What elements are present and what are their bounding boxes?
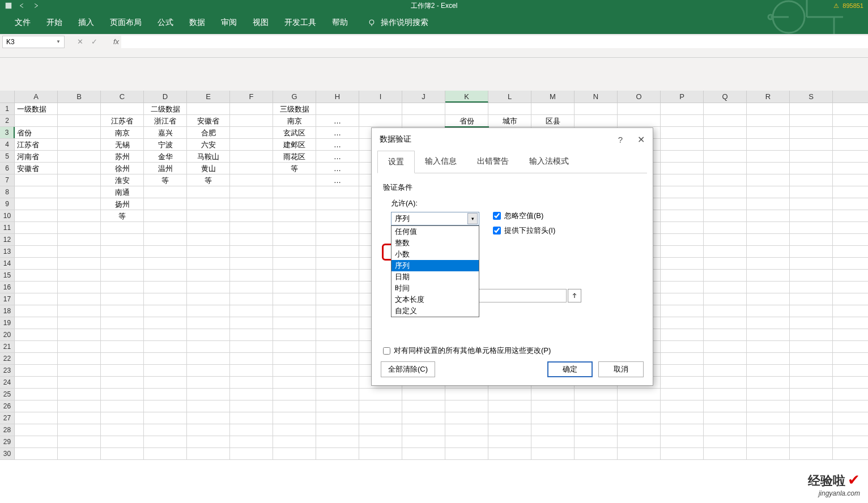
tab-insert[interactable]: 插入 [70,11,102,34]
cell[interactable] [58,412,101,424]
col-header[interactable]: J [402,91,445,103]
cell[interactable] [618,389,661,400]
chevron-down-icon[interactable]: ▼ [56,39,61,44]
cell[interactable]: 等 [101,210,144,221]
cell[interactable] [230,282,273,293]
cell[interactable] [704,222,747,233]
cell[interactable] [316,353,359,364]
cell[interactable] [101,436,144,447]
cell[interactable] [316,103,359,114]
cell[interactable]: 河南省 [15,151,58,162]
cell[interactable] [747,198,790,210]
cell[interactable]: 无锡 [101,139,144,150]
cell[interactable] [704,258,747,269]
cell[interactable] [15,353,58,364]
cell[interactable] [488,436,531,447]
cell[interactable] [316,258,359,269]
cell[interactable]: 温州 [144,163,187,174]
cell[interactable] [316,377,359,388]
cell[interactable] [704,246,747,257]
cell[interactable] [230,400,273,412]
cell[interactable] [101,258,144,269]
dd-option-decimal[interactable]: 小数 [392,249,479,260]
row-header[interactable]: 2 [0,115,15,126]
cell[interactable] [15,365,58,376]
row-header[interactable]: 10 [0,210,15,221]
cell[interactable] [316,365,359,376]
tab-formulas[interactable]: 公式 [150,11,181,34]
cell[interactable] [704,305,747,317]
cell[interactable] [144,234,187,245]
cell[interactable] [15,198,58,210]
cell[interactable] [531,436,575,447]
undo-icon[interactable] [18,2,26,10]
cell[interactable] [15,317,58,329]
cell[interactable] [316,400,359,412]
cell[interactable] [704,163,747,174]
cell[interactable] [402,424,445,436]
row-header[interactable]: 3 [0,127,15,138]
cell[interactable] [316,282,359,293]
cell[interactable] [58,222,101,233]
cell[interactable]: 玄武区 [273,127,316,138]
cell[interactable] [58,198,101,210]
cell[interactable] [273,282,316,293]
cell[interactable] [187,424,230,436]
cell[interactable] [575,103,618,114]
cell[interactable] [273,353,316,364]
cell[interactable] [316,293,359,305]
cell[interactable] [144,389,187,400]
row-header[interactable]: 15 [0,270,15,281]
cell[interactable] [316,305,359,317]
cell[interactable] [230,258,273,269]
cell[interactable]: 省份 [15,127,58,138]
cell[interactable] [359,412,402,424]
cell[interactable]: 三级数据 [273,103,316,114]
row-header[interactable]: 21 [0,341,15,352]
cell[interactable] [402,436,445,447]
cell[interactable] [58,151,101,162]
cell[interactable] [273,222,316,233]
cell[interactable] [58,389,101,400]
cell[interactable]: 徐州 [101,163,144,174]
cell[interactable] [187,270,230,281]
cell[interactable] [101,353,144,364]
dd-option-custom[interactable]: 自定义 [392,305,479,317]
cell[interactable]: 南通 [101,186,144,198]
cell[interactable] [445,389,488,400]
cell[interactable] [704,389,747,400]
cell[interactable]: 雨花区 [273,151,316,162]
cell[interactable] [58,353,101,364]
cell[interactable]: … [316,127,359,138]
cell[interactable] [402,103,445,114]
cell[interactable] [15,270,58,281]
cell[interactable] [230,222,273,233]
cell[interactable] [15,400,58,412]
cell[interactable] [790,377,833,388]
cell[interactable] [790,341,833,352]
cell[interactable] [575,448,618,459]
col-header[interactable]: E [187,91,230,103]
row-header[interactable]: 1 [0,103,15,114]
cell[interactable] [661,317,704,329]
cell[interactable] [488,389,531,400]
cell[interactable] [747,210,790,221]
cell[interactable] [704,234,747,245]
cell[interactable] [790,210,833,221]
cell[interactable] [144,305,187,317]
cell[interactable]: 等 [273,163,316,174]
cell[interactable] [187,258,230,269]
cell[interactable] [230,317,273,329]
cell[interactable] [747,400,790,412]
cell[interactable] [230,293,273,305]
cell[interactable] [661,246,704,257]
cell[interactable] [144,317,187,329]
cell[interactable] [58,436,101,447]
cell[interactable] [58,365,101,376]
cell[interactable] [661,353,704,364]
cell[interactable] [230,270,273,281]
col-header[interactable]: K [445,91,488,103]
cell[interactable] [661,115,704,126]
cell[interactable] [790,353,833,364]
cell[interactable] [747,377,790,388]
